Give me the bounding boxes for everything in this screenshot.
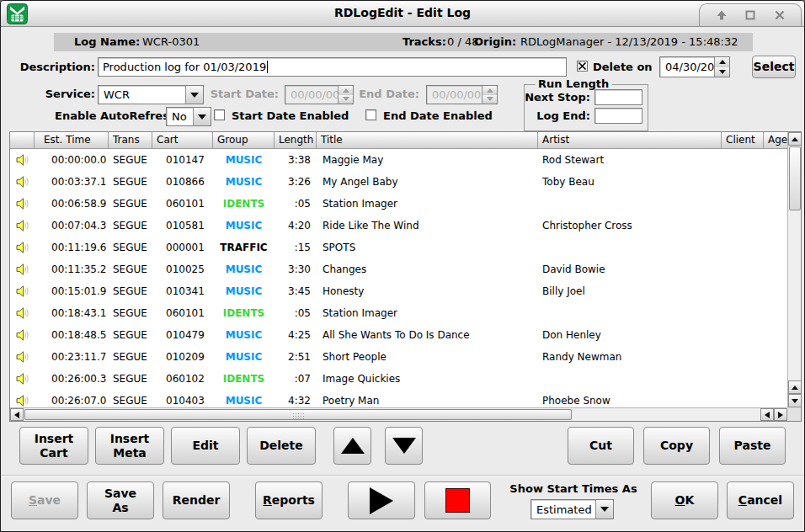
column-header-group[interactable]: Group xyxy=(213,132,275,149)
autorefresh-label: Enable AutoRefresh: xyxy=(55,109,181,122)
thumb-grip-icon xyxy=(292,412,304,420)
table-row[interactable]: 00:00:00.0SEGUE010147MUSIC3:38Maggie May… xyxy=(10,149,801,171)
table-row[interactable]: 00:11:19.6SEGUE000001TRAFFIC:15SPOTS xyxy=(10,237,801,258)
cell-est-time: 00:18:43.1 xyxy=(35,307,109,319)
table-row[interactable]: 00:18:48.5SEGUE010479MUSIC4:25All She Wa… xyxy=(10,324,801,346)
delete-button[interactable]: Delete xyxy=(247,427,316,465)
table-row[interactable]: 00:26:00.3SEGUE060102IDENTS:07Image Quic… xyxy=(10,368,801,390)
cell-title: Poetry Man xyxy=(317,395,538,407)
column-header-est-time[interactable]: Est. Time xyxy=(35,132,109,149)
end-date-enabled-checkbox[interactable] xyxy=(365,109,376,120)
cell-cart: 000001 xyxy=(152,242,213,253)
speaker-icon xyxy=(10,395,35,407)
scroll-up-button-2[interactable] xyxy=(788,380,802,394)
cell-group: IDENTS xyxy=(213,307,275,319)
scroll-up-button[interactable] xyxy=(788,132,802,146)
log-name-label: Log Name: xyxy=(74,35,140,48)
next-stop-field xyxy=(594,89,642,105)
description-input[interactable]: Production log for 01/03/2019 xyxy=(98,57,567,77)
titlebar[interactable]: RDLogEdit - Edit Log xyxy=(1,1,804,27)
cell-length: 3:26 xyxy=(275,176,317,188)
cell-trans: SEGUE xyxy=(109,154,152,166)
scroll-left-button[interactable] xyxy=(10,408,24,421)
speaker-icon xyxy=(10,198,35,210)
maximize-window-button[interactable] xyxy=(743,8,758,23)
end-date-enabled-label: End Date Enabled xyxy=(383,109,493,122)
column-header-trans[interactable]: Trans xyxy=(109,132,152,149)
cell-artist: Billy Joel xyxy=(538,285,722,297)
table-row[interactable]: 00:23:11.7SEGUE010209MUSIC2:51Short Peop… xyxy=(10,346,801,368)
move-up-button[interactable] xyxy=(333,427,371,465)
scroll-down-button[interactable] xyxy=(788,394,802,407)
delete-on-checkbox[interactable] xyxy=(577,61,588,72)
table-row[interactable]: 00:06:58.9SEGUE060101IDENTS:05Station Im… xyxy=(10,193,801,215)
run-length-title: Run Length xyxy=(535,77,612,90)
spin-up-button[interactable] xyxy=(715,57,729,67)
table-row[interactable]: 00:11:35.2SEGUE010025MUSIC3:30ChangesDav… xyxy=(10,258,801,280)
column-header-length[interactable]: Length xyxy=(275,132,317,149)
cell-trans: SEGUE xyxy=(109,395,152,407)
horizontal-scrollbar-thumb[interactable] xyxy=(24,409,572,420)
log-event-table: Est. TimeTransCartGroupLengthTitleArtist… xyxy=(9,131,802,422)
table-row[interactable]: 00:07:04.3SEGUE010581MUSIC4:20Ride Like … xyxy=(10,215,801,237)
cut-button[interactable]: Cut xyxy=(568,427,634,465)
cancel-button[interactable]: Cancel xyxy=(727,481,794,519)
show-start-times-combobox[interactable]: Estimated xyxy=(530,499,614,519)
cell-artist: David Bowie xyxy=(538,263,722,275)
save-button[interactable]: Save xyxy=(11,481,78,519)
vertical-scrollbar-thumb[interactable] xyxy=(789,146,801,210)
start-date-enabled-checkbox[interactable] xyxy=(214,109,225,120)
cell-title: Station Imager xyxy=(317,307,538,319)
move-down-button[interactable] xyxy=(385,427,423,465)
ok-button[interactable]: OK xyxy=(651,481,718,519)
table-row[interactable]: 00:15:01.9SEGUE010341MUSIC3:45HonestyBil… xyxy=(10,280,801,302)
table-row[interactable]: 00:18:43.1SEGUE060101IDENTS:05Station Im… xyxy=(10,302,801,324)
start-date-enabled-label: Start Date Enabled xyxy=(232,109,349,122)
log-info-bar: Log Name: WCR-0301 Tracks: 0 / 48 Origin… xyxy=(54,33,753,51)
select-button[interactable]: Select xyxy=(752,56,796,78)
cell-est-time: 00:15:01.9 xyxy=(35,285,109,297)
autorefresh-combobox[interactable]: No xyxy=(166,107,211,126)
service-combobox[interactable]: WCR xyxy=(98,85,204,104)
delete-date-spinbox[interactable]: 04/30/2019 xyxy=(659,56,730,77)
shade-window-button[interactable] xyxy=(714,8,729,23)
column-header-client[interactable]: Client xyxy=(722,132,764,149)
reports-button[interactable]: Reports xyxy=(255,481,323,519)
paste-button[interactable]: Paste xyxy=(719,427,786,465)
down-arrow-icon xyxy=(392,438,416,454)
play-button[interactable] xyxy=(348,481,415,519)
log-name-value: WCR-0301 xyxy=(142,35,200,48)
cell-cart: 010147 xyxy=(152,154,213,166)
cell-artist: Don Henley xyxy=(538,329,722,341)
cell-trans: SEGUE xyxy=(109,307,152,319)
table-row[interactable]: 00:26:07.0SEGUE010403MUSIC4:32Poetry Man… xyxy=(10,390,801,407)
edit-button[interactable]: Edit xyxy=(171,427,240,465)
cell-length: 2:51 xyxy=(275,351,317,363)
cell-est-time: 00:26:00.3 xyxy=(35,373,109,385)
column-header-artist[interactable]: Artist xyxy=(538,132,722,149)
column-header-icon[interactable] xyxy=(10,132,35,149)
cell-group: MUSIC xyxy=(213,220,275,231)
speaker-icon xyxy=(10,220,35,231)
scroll-left-button-2[interactable] xyxy=(760,408,774,421)
close-window-button[interactable] xyxy=(772,8,787,23)
render-button[interactable]: Render xyxy=(163,481,230,519)
column-header-title[interactable]: Title xyxy=(317,132,538,149)
chevron-down-icon xyxy=(193,108,211,125)
save-as-button[interactable]: Save As xyxy=(87,481,154,519)
column-header-cart[interactable]: Cart xyxy=(152,132,213,149)
table-row[interactable]: 00:03:37.1SEGUE010866MUSIC3:26My Angel B… xyxy=(10,171,801,193)
log-end-field xyxy=(594,108,642,124)
insert-cart-button[interactable]: Insert Cart xyxy=(19,427,88,465)
table-body: 00:00:00.0SEGUE010147MUSIC3:38Maggie May… xyxy=(10,149,801,407)
stop-button[interactable] xyxy=(424,481,491,519)
insert-meta-button[interactable]: Insert Meta xyxy=(95,427,164,465)
horizontal-scrollbar[interactable] xyxy=(10,407,787,421)
spin-down-button[interactable] xyxy=(715,67,729,77)
copy-button[interactable]: Copy xyxy=(643,427,710,465)
spin-down-icon xyxy=(719,70,726,74)
vertical-scrollbar[interactable] xyxy=(787,132,801,407)
scroll-right-button[interactable] xyxy=(774,408,787,421)
speaker-icon xyxy=(10,154,35,166)
delete-on-label: Delete on xyxy=(593,61,653,73)
